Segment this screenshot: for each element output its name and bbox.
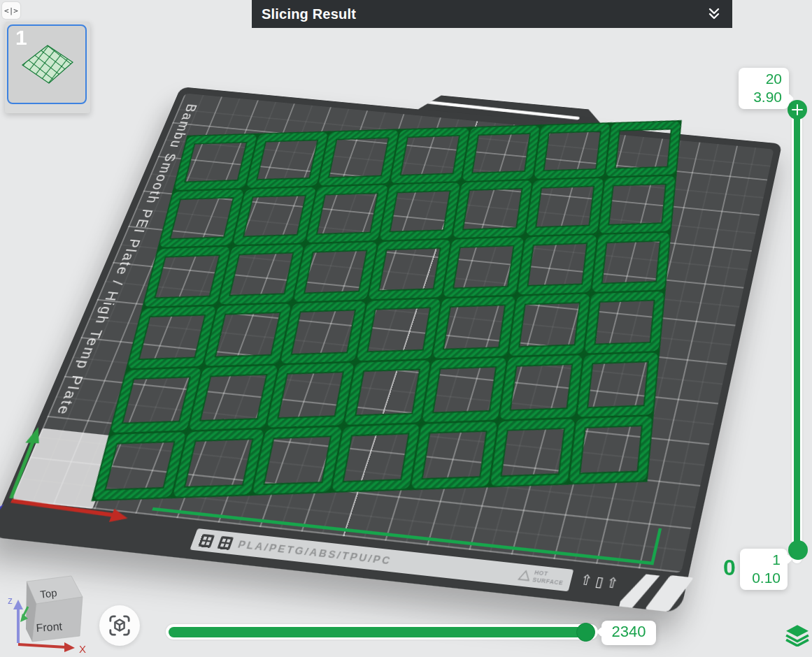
warning-triangle-icon: [518, 570, 532, 582]
slicing-result-header: Slicing Result: [252, 0, 732, 28]
move-slider-value: 2340: [607, 623, 650, 642]
cube-top-label: Top: [39, 586, 57, 600]
orientation-cube-graphic: Top Front z X: [3, 573, 97, 656]
sliced-objects-layer: [12, 93, 774, 572]
cube-front-label: Front: [36, 620, 63, 634]
qr-code-icon: [198, 533, 215, 547]
fit-view-icon: [108, 614, 131, 637]
move-slider-fill: [169, 627, 585, 637]
bottom-layer-height: 0.10: [747, 569, 781, 587]
orientation-cube[interactable]: Top Front z X: [3, 573, 97, 657]
sliced-object-frames: [99, 125, 676, 496]
z-axis-label: z: [8, 595, 13, 606]
plate-number: 1: [15, 26, 27, 50]
cube-front-face[interactable]: [32, 597, 83, 642]
hot-surface-text: HOT SURFACE: [532, 570, 566, 586]
layer-slider-bottom-tooltip: 1 0.10: [740, 549, 788, 590]
bottom-layer-number: 1: [747, 551, 781, 569]
layer-slider-track[interactable]: [792, 101, 802, 563]
build-plate-3d[interactable]: Bambu Smooth PEI Plate / High Temp Plate…: [12, 93, 774, 572]
chevron-double-down-icon: [706, 6, 722, 22]
top-layer-height: 3.90: [746, 88, 782, 106]
fit-view-button[interactable]: [99, 605, 140, 646]
collapse-panel-button[interactable]: [706, 6, 722, 22]
z-axis-arrowhead: [13, 600, 23, 609]
hot-surface-warning: HOT SURFACE: [517, 568, 566, 586]
move-slider-track[interactable]: [166, 624, 598, 640]
plate-thumbnail-card[interactable]: 1: [5, 22, 90, 113]
layer-slider-bottom-handle[interactable]: [788, 540, 808, 560]
panel-toggle-glyph: <|>: [4, 6, 18, 15]
plate-preview-lattice: [21, 44, 74, 85]
layer-slider-fill: [794, 105, 800, 559]
panel-toggle-button[interactable]: <|>: [2, 2, 20, 19]
x-axis-arrowhead: [64, 642, 75, 652]
plate-thumbnail-selected: 1: [7, 24, 87, 104]
layer-slider-top-handle[interactable]: [788, 100, 807, 120]
layers-icon: [785, 624, 810, 647]
page-title: Slicing Result: [262, 6, 356, 22]
move-slider-tooltip: 2340: [601, 621, 656, 645]
x-axis-label: X: [79, 643, 86, 655]
axis-zero-label: 0: [723, 555, 736, 581]
layer-slider-top-tooltip: 20 3.90: [739, 68, 789, 109]
x-axis-line: [18, 644, 66, 647]
move-slider-handle[interactable]: [576, 623, 595, 642]
layers-mode-button[interactable]: [785, 624, 810, 647]
top-layer-number: 20: [746, 70, 782, 88]
y-axis-arrow: [8, 439, 36, 498]
qr-code-icon: [218, 535, 234, 549]
